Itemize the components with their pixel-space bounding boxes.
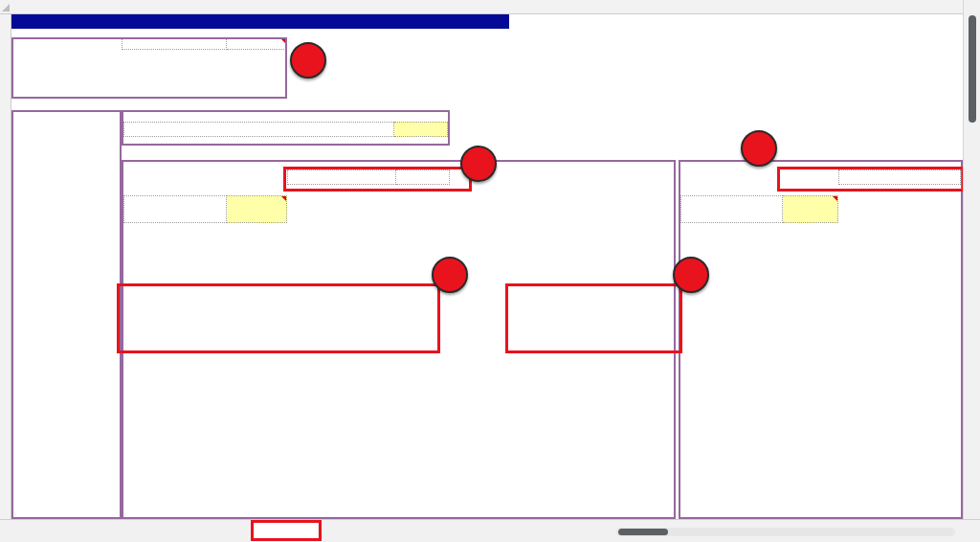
cell-groups-label[interactable] [123,122,394,137]
cell-groups-value[interactable] [394,122,448,137]
cell-left-locations-label[interactable] [123,195,227,223]
annotation-rect-3 [117,283,440,353]
cell-left-locations-value[interactable] [227,195,287,223]
annotation-badge-2 [460,146,497,182]
column-header-strip[interactable] [0,0,963,14]
cell-B3[interactable] [122,37,227,50]
row-header-strip[interactable] [0,14,11,519]
annotation-badge-5 [741,130,777,167]
cell-right-locations-value[interactable] [783,195,838,223]
cell-C3-amount-header[interactable] [227,37,286,50]
temperature-section-label [13,39,120,97]
tab-interaction-and-expansion-joint[interactable] [96,520,245,542]
vertical-scroll-thumb[interactable] [969,15,976,123]
annotation-rect-4 [505,283,682,353]
cell-left-group-label[interactable] [287,169,396,185]
annotation-badge-4 [673,257,709,293]
horizontal-scrollbar[interactable] [616,528,955,536]
sheet-title-bar [11,14,509,29]
cell-right-locations-label[interactable] [680,195,783,223]
tab-loading[interactable] [255,520,318,541]
vertical-scrollbar[interactable] [963,0,980,519]
horizontal-scroll-thumb[interactable] [618,529,668,535]
spreadsheet-app [0,0,980,542]
cell-left-group-value[interactable] [396,169,450,185]
annotation-badge-1 [290,42,326,79]
cell-right-group-label[interactable] [838,169,961,185]
train-loads-label [11,347,122,360]
annotation-badge-3 [432,257,468,293]
select-all-icon [2,4,10,11]
train-loads-border [11,110,122,519]
